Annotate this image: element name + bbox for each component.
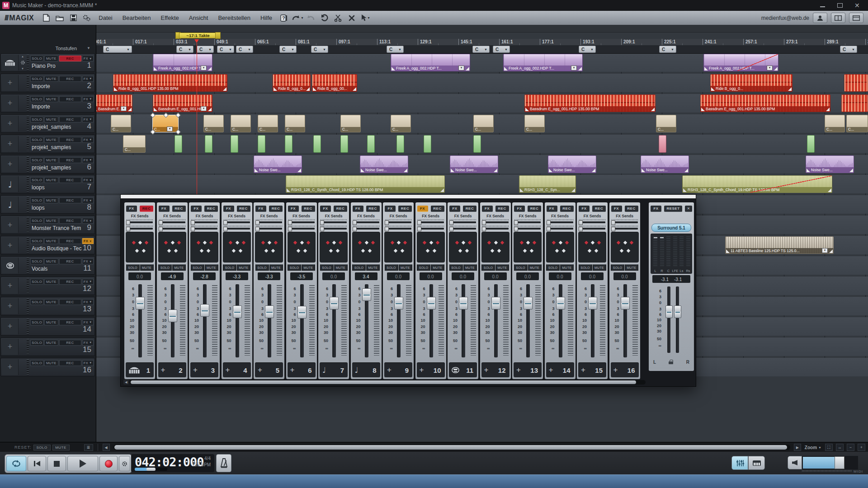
track-solo-button[interactable]: SOLO	[30, 279, 43, 285]
key-dropdown[interactable]: C▼	[279, 46, 297, 53]
fader-groove[interactable]	[203, 284, 207, 357]
track-instrument-icon[interactable]: ♩	[2, 197, 19, 212]
channel-fx-button[interactable]: FX	[385, 206, 396, 212]
layout-split-icon[interactable]	[831, 13, 845, 23]
clip-noise[interactable]: Noise Swe...	[450, 155, 498, 173]
track-mute-button[interactable]: MUTE	[44, 238, 58, 244]
channel-solo-button[interactable]: SOLO	[191, 264, 204, 271]
channel-fx-button[interactable]: FX	[547, 206, 557, 212]
channel-solo-button[interactable]: SOLO	[546, 264, 560, 271]
mixer-close-icon[interactable]: ✕	[685, 206, 692, 212]
zoom-menu[interactable]: Zoom▼	[805, 445, 821, 450]
record-button[interactable]	[99, 456, 118, 471]
track-solo-button[interactable]: SOLO	[30, 258, 43, 264]
track-mute-button[interactable]: MUTE	[44, 319, 58, 325]
track-mute-button[interactable]: MUTE	[44, 218, 58, 224]
clip-menu-icon[interactable]: ▾	[822, 248, 828, 253]
track-header-5[interactable]: +SOLOMUTERECFX▼projekt_samples5	[0, 135, 95, 153]
channel-rec-button[interactable]: REC	[398, 206, 412, 212]
track-solo-button[interactable]: SOLO	[30, 96, 43, 102]
channel-rec-button[interactable]: REC	[592, 206, 606, 212]
loop-button[interactable]	[6, 456, 26, 471]
channel-solo-button[interactable]: SOLO	[417, 264, 430, 271]
clip-noise[interactable]: Noise Swe...	[360, 155, 408, 173]
clip-noise[interactable]: Noise Swe...	[548, 155, 596, 173]
track-header-13[interactable]: +SOLOMUTERECFX▼13	[0, 297, 95, 315]
track-instrument-icon[interactable]	[2, 55, 19, 70]
clip-fade-out-handle[interactable]	[128, 108, 132, 111]
track-rec-button[interactable]: REC	[59, 157, 81, 163]
clip-fade-in-handle[interactable]	[504, 67, 508, 70]
clip-tan[interactable]: C...	[473, 115, 494, 132]
clip-fade-in-handle[interactable]	[154, 67, 157, 70]
track-mute-button[interactable]: MUTE	[44, 340, 58, 346]
channel-solo-button[interactable]: SOLO	[158, 264, 172, 271]
track-mute-button[interactable]: MUTE	[44, 197, 58, 203]
clip-fade-out-handle[interactable]	[829, 249, 833, 253]
clip-menu-icon[interactable]: ▾	[571, 66, 577, 70]
channel-knob-panel[interactable]	[611, 232, 639, 263]
fader-handle[interactable]	[136, 297, 145, 310]
track-instrument-icon[interactable]: +	[2, 298, 19, 314]
fader-groove[interactable]	[138, 284, 142, 357]
channel-fx-button[interactable]: FX	[482, 206, 493, 212]
track-instrument-icon[interactable]: +	[2, 237, 19, 253]
clip-tan[interactable]: C...	[123, 135, 146, 153]
clip-green[interactable]	[313, 135, 321, 153]
clip-menu-icon[interactable]: ▾	[201, 106, 207, 111]
fx-send-slider[interactable]	[449, 219, 476, 225]
clip-purple[interactable]: Freek A_ogg_002.HDP T...▾	[703, 54, 778, 71]
menu-hilfe[interactable]: Hilfe	[255, 14, 277, 21]
channel-fx-button[interactable]: FX	[159, 206, 170, 212]
keyboard-toggle-button[interactable]	[748, 456, 765, 470]
track-rec-button[interactable]: REC	[59, 319, 81, 325]
fx-send-slider[interactable]	[223, 219, 250, 225]
channel-solo-button[interactable]: SOLO	[320, 264, 334, 271]
close-icon[interactable]: ✕	[854, 3, 860, 8]
key-dropdown[interactable]: C▼	[840, 46, 857, 53]
key-dropdown[interactable]: C▼	[311, 46, 328, 53]
track-solo-button[interactable]: SOLO	[30, 360, 43, 366]
clip-redloop[interactable]: Bassdrum E_ogg_001.HDP 135.00 BPM	[524, 94, 656, 112]
channel-rec-button[interactable]: REC	[172, 206, 186, 212]
menu-datei[interactable]: Datei	[94, 14, 117, 21]
master-fx-button[interactable]: FX	[651, 206, 661, 212]
track-rec-button[interactable]: REC	[59, 218, 81, 224]
clip-green[interactable]	[424, 135, 431, 153]
channel-fx-button[interactable]: FX	[611, 206, 622, 212]
channel-knob-panel[interactable]	[126, 232, 154, 263]
fx-send-slider[interactable]	[126, 225, 153, 231]
clip-green[interactable]	[340, 135, 348, 153]
fx-send-slider[interactable]	[223, 225, 250, 231]
clip-green[interactable]	[231, 135, 238, 153]
clip-fade-out-handle[interactable]	[466, 67, 469, 70]
save-icon[interactable]	[67, 13, 79, 23]
track-instrument-icon[interactable]	[2, 258, 19, 273]
clip-noise[interactable]: Noise Swe...	[806, 155, 854, 173]
channel-knob-panel[interactable]	[255, 232, 283, 263]
track-down-icon[interactable]: ▼	[21, 67, 24, 70]
track-solo-button[interactable]: SOLO	[30, 76, 43, 82]
track-header-1[interactable]: ▲▼SOLOMUTERECFX▼Piano Pro1	[0, 53, 95, 72]
track-rec-button[interactable]: REC	[59, 76, 81, 82]
fx-send-slider[interactable]	[191, 225, 218, 231]
tonstufen-header[interactable]: Tonstufen ▼	[0, 44, 96, 52]
zoom-out-icon[interactable]: −	[847, 444, 854, 451]
fader-handle[interactable]	[588, 297, 597, 310]
scroll-left-icon[interactable]: ◀	[103, 444, 110, 451]
clip-green[interactable]	[396, 135, 404, 153]
mixer-scrollbar-thumb[interactable]	[131, 380, 636, 384]
clip-green[interactable]	[205, 135, 212, 153]
track-mute-button[interactable]: MUTE	[44, 76, 58, 82]
undo-icon[interactable]	[319, 13, 330, 23]
clip-fade-in-handle[interactable]	[704, 67, 708, 70]
track-solo-button[interactable]: SOLO	[30, 157, 43, 163]
clip-lime[interactable]: RSH3_128_C_Syn...	[519, 175, 576, 193]
track-header-7[interactable]: ♩SOLOMUTERECFX▼loops7	[0, 175, 95, 193]
track-mute-button[interactable]: MUTE	[44, 157, 58, 163]
channel-mute-button[interactable]: MUTE	[495, 264, 509, 271]
channel-fx-button[interactable]: FX	[514, 206, 525, 212]
clip-fade-out-handle[interactable]	[684, 169, 688, 172]
fx-send-slider[interactable]	[514, 219, 541, 225]
clip-lime[interactable]: RSH3_128_C_Synth_Chord_19.HDP TS 128.00 …	[682, 175, 832, 193]
